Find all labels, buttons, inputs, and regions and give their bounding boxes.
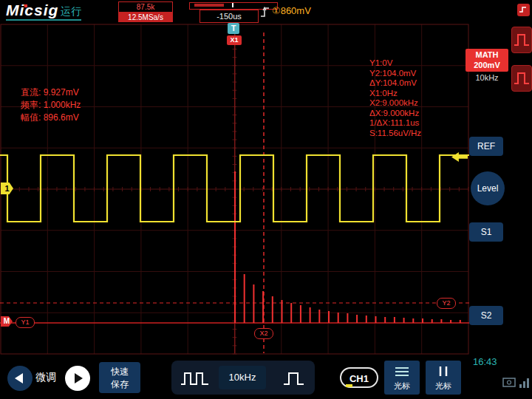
sample-rate: 12.5MSa/s (118, 13, 173, 22)
cursor-y1-handle[interactable]: Y1 (16, 317, 35, 328)
readout-spectral-density: S:11.56uV/Hz (369, 129, 421, 139)
pulse-wave-icon[interactable] (282, 369, 306, 387)
ref-button[interactable]: REF (469, 137, 503, 156)
quick-save-label-1: 快速 (99, 366, 140, 378)
vertical-bars-icon (435, 365, 451, 378)
fft-control-group: 10kHz (171, 361, 315, 395)
s1-button[interactable]: S1 (469, 222, 503, 242)
quick-save-button[interactable]: 快速 保存 (99, 362, 140, 393)
s2-button[interactable]: S2 (469, 306, 503, 325)
horizontal-lines-icon (394, 366, 410, 378)
cursor-x1-marker[interactable]: X1 (227, 35, 242, 45)
readout-delta-x: ΔX:9.000kHz (369, 109, 421, 119)
cursor-v-label: 光标 (426, 381, 461, 392)
math-frequency-label: 10kHz (466, 73, 508, 82)
quick-save-label-2: 保存 (99, 378, 140, 391)
channel-color-tick (346, 384, 352, 387)
measurement-amplitude: 幅值: 896.6mV (21, 112, 81, 124)
trigger-position-marker[interactable]: T (228, 23, 239, 34)
fft-scale-button[interactable]: 10kHz (219, 366, 266, 389)
readout-inv-delta-x: 1/ΔX:111.1us (369, 118, 421, 129)
trigger-level[interactable]: ①860mV (272, 5, 311, 16)
next-button[interactable] (65, 366, 90, 391)
measurement-readout: 直流: 9.927mV 频率: 1.000kHz 幅值: 896.6mV (21, 86, 81, 124)
cursor-vertical-button[interactable]: 光标 (426, 361, 461, 395)
sample-depth: 87.5k (118, 1, 173, 13)
readout-y2: Y2:104.0mV (369, 69, 421, 79)
readout-x1: X1:0Hz (369, 89, 421, 99)
square-wave-icon[interactable] (180, 369, 211, 387)
cursor-y2-handle[interactable]: Y2 (437, 298, 456, 309)
right-arrow-icon (75, 373, 83, 383)
left-arrow-icon (15, 373, 23, 383)
oscilloscope-app: Micsig 运行 87.5k 12.5MSa/s -150us ①860mV … (0, 0, 532, 399)
signal-status-icon (519, 377, 530, 389)
trigger-channel-badge: ① (272, 5, 281, 16)
readout-x2: X2:9.000kHz (369, 98, 421, 109)
bottom-bar: 微调 快速 保存 10kHz CH1 光标 (0, 355, 532, 399)
run-stop-status[interactable]: 运行 (61, 5, 81, 18)
brand-logo-dot (24, 4, 27, 7)
cursor-h-label: 光标 (384, 381, 420, 392)
screenshot-icon[interactable] (502, 377, 516, 389)
math-wave-button-bottom[interactable] (511, 65, 532, 92)
brand-logo: Micsig (6, 1, 58, 19)
channel-select-button[interactable]: CH1 (340, 367, 378, 388)
scope-display[interactable]: T X1 1 M Y1 Y2 X2 直流: 9.927mV 频率: 1.000k… (0, 24, 469, 355)
level-button[interactable]: Level (471, 171, 505, 205)
trigger-level-value: 860mV (281, 5, 311, 16)
math-wave-button-top[interactable] (511, 27, 532, 53)
cursor-horizontal-button[interactable]: 光标 (384, 361, 420, 395)
timebase-scroll-thumb[interactable] (194, 4, 224, 7)
trigger-status-icon[interactable] (517, 4, 530, 16)
clock: 16:43 (473, 356, 497, 367)
cursor-x2-handle[interactable]: X2 (254, 328, 273, 339)
readout-delta-y: ΔY:104.0mV (369, 78, 421, 89)
brand-underline (6, 19, 81, 21)
measurement-dc: 直流: 9.927mV (21, 86, 81, 99)
math-channel-chip[interactable]: MATH 200mV (466, 49, 508, 72)
math-label: MATH (466, 50, 508, 60)
top-bar: Micsig 运行 87.5k 12.5MSa/s -150us ①860mV (0, 0, 532, 24)
prev-button[interactable] (7, 366, 33, 391)
channel-label: CH1 (349, 373, 369, 384)
math-scale: 200mV (466, 60, 508, 70)
measurement-frequency: 频率: 1.000kHz (21, 99, 81, 112)
timebase-position[interactable]: -150us (200, 10, 259, 23)
timebase-center-tick (232, 3, 233, 7)
trigger-slope-icon[interactable] (260, 5, 270, 18)
cursor-readout: Y1:0V Y2:104.0mV ΔY:104.0mV X1:0Hz X2:9.… (369, 58, 421, 138)
fine-tune-label: 微调 (35, 371, 56, 384)
readout-y1: Y1:0V (369, 58, 421, 69)
